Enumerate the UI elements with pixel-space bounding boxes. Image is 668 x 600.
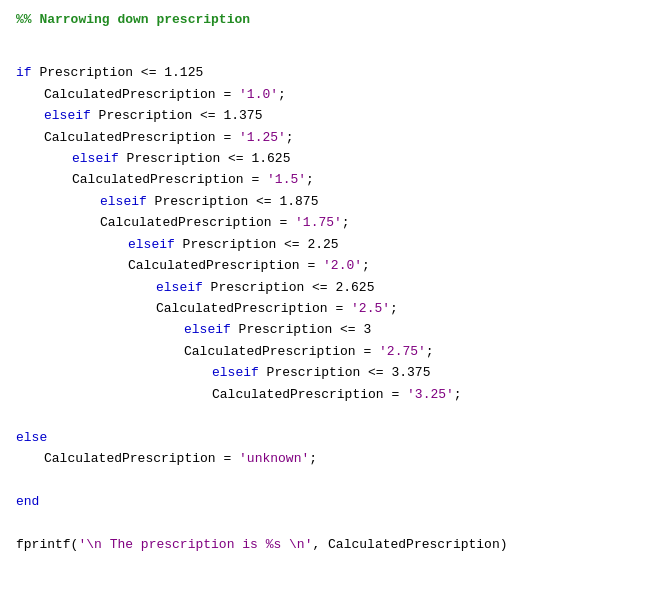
elseif-line-4: elseif Prescription <= 2.25	[16, 234, 652, 255]
elseif-line-3: elseif Prescription <= 1.875	[16, 191, 652, 212]
comment-header: %% Narrowing down prescription	[16, 10, 652, 31]
assign-line-4: CalculatedPrescription = '1.75';	[16, 212, 652, 233]
elseif-line-7: elseif Prescription <= 3.375	[16, 362, 652, 383]
if-line-1: if Prescription <= 1.125	[16, 62, 652, 83]
blank-line-2	[16, 405, 652, 426]
assign-line-unknown: CalculatedPrescription = 'unknown';	[16, 448, 652, 469]
fprintf-line: fprintf('\n The prescription is %s \n', …	[16, 534, 652, 555]
end-line: end	[16, 491, 652, 512]
code-block: if Prescription <= 1.125 CalculatedPresc…	[16, 41, 652, 556]
blank-line-4	[16, 512, 652, 533]
elseif-line-2: elseif Prescription <= 1.625	[16, 148, 652, 169]
assign-line-5: CalculatedPrescription = '2.0';	[16, 255, 652, 276]
assign-line-3: CalculatedPrescription = '1.5';	[16, 169, 652, 190]
code-container: %% Narrowing down prescription if Prescr…	[0, 0, 668, 600]
else-line: else	[16, 427, 652, 448]
elseif-line-1: elseif Prescription <= 1.375	[16, 105, 652, 126]
assign-line-2: CalculatedPrescription = '1.25';	[16, 127, 652, 148]
assign-line-6: CalculatedPrescription = '2.5';	[16, 298, 652, 319]
assign-line-8: CalculatedPrescription = '3.25';	[16, 384, 652, 405]
elseif-line-5: elseif Prescription <= 2.625	[16, 277, 652, 298]
blank-line-3	[16, 470, 652, 491]
blank-line-1	[16, 41, 652, 62]
elseif-line-6: elseif Prescription <= 3	[16, 319, 652, 340]
assign-line-7: CalculatedPrescription = '2.75';	[16, 341, 652, 362]
assign-line-1: CalculatedPrescription = '1.0';	[16, 84, 652, 105]
